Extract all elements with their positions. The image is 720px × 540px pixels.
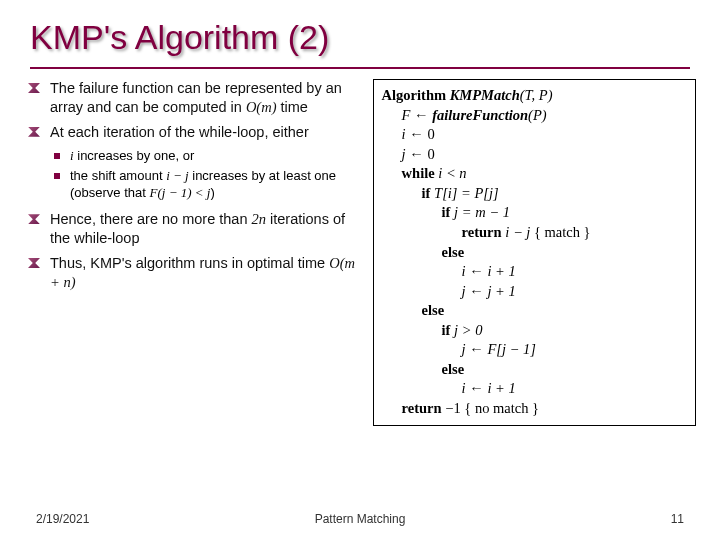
sub-bullet-1: i increases by one, or: [54, 148, 361, 165]
left-column: The failure function can be represented …: [24, 79, 361, 426]
algo-line: else: [382, 360, 687, 380]
algorithm-box: Algorithm KMPMatch(T, P) F ← failureFunc…: [373, 79, 696, 426]
sub-bullet-list: i increases by one, or the shift amount …: [24, 148, 361, 203]
bullet-2: At each iteration of the while-loop, eit…: [28, 123, 361, 142]
algo-line: j ← j + 1: [382, 282, 687, 302]
slide-title: KMP's Algorithm (2): [0, 0, 720, 61]
title-rule: [30, 67, 690, 69]
algo-line: j ← 0: [382, 145, 687, 165]
right-column: Algorithm KMPMatch(T, P) F ← failureFunc…: [373, 79, 696, 426]
algo-line: i ← i + 1: [382, 262, 687, 282]
text: the shift amount: [70, 168, 166, 183]
algo-line: if j > 0: [382, 321, 687, 341]
algo-line: while i < n: [382, 164, 687, 184]
footer-date: 2/19/2021: [36, 512, 89, 526]
algo-line: return i − j { match }: [382, 223, 687, 243]
bullet-list-2: Hence, there are no more than 2n iterati…: [24, 210, 361, 291]
math: 2n: [252, 211, 267, 227]
text: time: [276, 99, 307, 115]
algo-line: j ← F[j − 1]: [382, 340, 687, 360]
bullet-list: The failure function can be represented …: [24, 79, 361, 142]
slide-footer: 2/19/2021 Pattern Matching 11: [36, 512, 684, 526]
algo-line: i ← 0: [382, 125, 687, 145]
algo-line: return −1 { no match }: [382, 399, 687, 419]
algo-line: else: [382, 301, 687, 321]
math: O(m): [246, 99, 277, 115]
bullet-4: Thus, KMP's algorithm runs in optimal ti…: [28, 254, 361, 292]
text: Thus, KMP's algorithm runs in optimal ti…: [50, 255, 329, 271]
algo-line-header: Algorithm KMPMatch(T, P): [382, 86, 687, 106]
content-columns: The failure function can be represented …: [0, 79, 720, 426]
text: Hence, there are no more than: [50, 211, 252, 227]
algo-line: i ← i + 1: [382, 379, 687, 399]
bullet-3: Hence, there are no more than 2n iterati…: [28, 210, 361, 248]
algo-line: if j = m − 1: [382, 203, 687, 223]
algo-line: if T[i] = P[j]: [382, 184, 687, 204]
footer-title: Pattern Matching: [315, 512, 406, 526]
sub-bullet-2: the shift amount i − j increases by at l…: [54, 168, 361, 202]
footer-page-number: 11: [671, 512, 684, 526]
math: i − j: [166, 168, 189, 183]
text: ): [210, 185, 214, 200]
algo-line: F ← failureFunction(P): [382, 106, 687, 126]
bullet-1: The failure function can be represented …: [28, 79, 361, 117]
text: increases by one, or: [74, 148, 195, 163]
math: F(j − 1) < j: [150, 185, 211, 200]
algo-line: else: [382, 243, 687, 263]
